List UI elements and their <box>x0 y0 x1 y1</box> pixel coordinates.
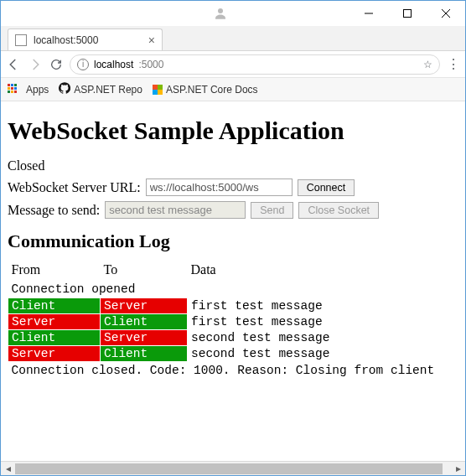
log-from: Client <box>8 330 101 346</box>
apps-icon <box>8 84 19 96</box>
favicon-icon <box>15 34 27 46</box>
browser-tab[interactable]: localhost:5000 × <box>8 28 163 50</box>
page-content: WebSocket Sample Application Closed WebS… <box>1 101 465 461</box>
log-table: From To Data Connection openedClientServ… <box>8 261 460 379</box>
close-tab-icon[interactable]: × <box>148 34 155 47</box>
table-row: ClientServersecond test message <box>8 330 461 346</box>
window-titlebar <box>1 1 465 26</box>
close-window-button[interactable] <box>427 1 465 26</box>
state-label: Closed <box>8 158 458 173</box>
url-row: WebSocket Server URL: Connect <box>8 178 458 196</box>
page-title: WebSocket Sample Application <box>8 116 458 145</box>
back-button[interactable] <box>6 57 21 72</box>
log-from: Client <box>8 298 101 314</box>
log-message: Connection closed. Code: 1000. Reason: C… <box>8 362 461 380</box>
apps-shortcut[interactable]: Apps <box>8 84 49 96</box>
svg-point-0 <box>218 8 223 13</box>
tab-strip: localhost:5000 × <box>1 26 465 51</box>
scroll-thumb[interactable] <box>15 463 443 474</box>
message-input[interactable] <box>105 201 246 219</box>
toolbar: i localhost:5000 ☆ ⋮ <box>1 51 465 78</box>
close-socket-button[interactable]: Close Socket <box>298 202 379 219</box>
horizontal-scrollbar[interactable]: ◂ ▸ <box>1 461 465 475</box>
log-heading: Communication Log <box>8 230 458 252</box>
col-data: Data <box>188 261 461 281</box>
maximize-button[interactable] <box>388 1 427 26</box>
forward-button[interactable] <box>28 57 43 72</box>
table-row: Connection opened <box>8 281 461 298</box>
url-label: WebSocket Server URL: <box>8 180 141 195</box>
send-button[interactable]: Send <box>251 202 293 219</box>
log-to: Client <box>101 346 188 362</box>
log-message: Connection opened <box>8 281 461 298</box>
ws-url-input[interactable] <box>146 178 293 196</box>
url-rest: :5000 <box>138 59 163 70</box>
bookmark-aspnet-repo[interactable]: ASP.NET Repo <box>59 82 142 96</box>
log-to: Server <box>101 330 188 346</box>
bookmark-star-icon[interactable]: ☆ <box>423 59 432 70</box>
bookmark-label: ASP.NET Repo <box>74 84 142 96</box>
log-data: first test message <box>188 314 461 330</box>
log-data: second test message <box>188 346 461 362</box>
apps-label: Apps <box>26 84 49 96</box>
col-to: To <box>101 261 188 281</box>
table-row: ServerClientfirst test message <box>8 314 461 330</box>
scroll-right-icon[interactable]: ▸ <box>451 462 465 476</box>
log-to: Client <box>101 314 188 330</box>
bookmarks-bar: Apps ASP.NET Repo ASP.NET Core Docs <box>1 78 465 101</box>
log-to: Server <box>101 298 188 314</box>
scroll-left-icon[interactable]: ◂ <box>1 462 15 476</box>
site-info-icon[interactable]: i <box>77 59 89 70</box>
user-icon <box>210 3 230 23</box>
log-from: Server <box>8 346 101 362</box>
table-row: ClientServerfirst test message <box>8 298 461 314</box>
table-row: Connection closed. Code: 1000. Reason: C… <box>8 362 461 380</box>
tab-title: localhost:5000 <box>34 34 98 46</box>
message-label: Message to send: <box>8 203 100 218</box>
bookmark-label: ASP.NET Core Docs <box>166 84 258 96</box>
minimize-button[interactable] <box>350 1 388 26</box>
message-row: Message to send: Send Close Socket <box>8 201 458 219</box>
github-icon <box>59 82 70 96</box>
log-data: second test message <box>188 330 461 346</box>
menu-button[interactable]: ⋮ <box>447 56 460 72</box>
log-data: first test message <box>188 298 461 314</box>
scroll-track[interactable] <box>15 462 451 475</box>
table-row: ServerClientsecond test message <box>8 346 461 362</box>
address-bar[interactable]: i localhost:5000 ☆ <box>70 54 440 75</box>
log-from: Server <box>8 314 101 330</box>
connect-button[interactable]: Connect <box>298 179 355 196</box>
url-host: localhost <box>94 59 133 70</box>
col-from: From <box>8 261 101 281</box>
svg-rect-2 <box>404 10 412 18</box>
reload-button[interactable] <box>49 58 63 71</box>
microsoft-icon <box>153 85 163 95</box>
bookmark-aspnet-docs[interactable]: ASP.NET Core Docs <box>153 84 258 96</box>
